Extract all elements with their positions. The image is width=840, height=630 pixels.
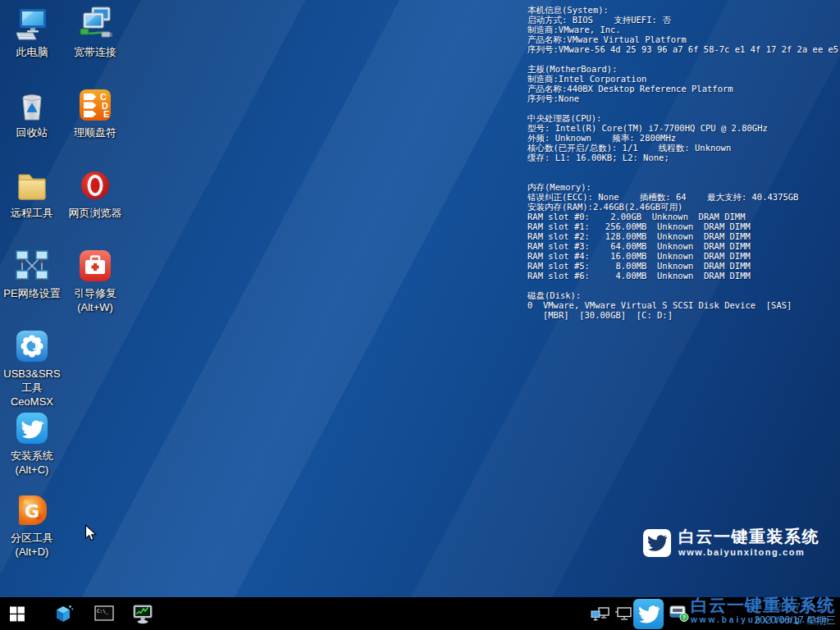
twitter-bird-icon	[14, 410, 50, 446]
desktop-icon-web-browser[interactable]: 网页浏览器	[64, 167, 126, 220]
computer-monitor-icon	[14, 7, 50, 43]
desktop-icon-label: 网页浏览器	[64, 206, 126, 220]
desktop-icon-usb3-srs[interactable]: USB3&SRS工具CeoMSX	[1, 328, 63, 409]
broadband-connection-icon	[77, 7, 113, 43]
blue-cube-icon	[54, 604, 74, 623]
svg-text:C:\_: C:\_	[97, 608, 109, 614]
desktop-icon-drive-letters[interactable]: C D E理顺盘符	[64, 87, 126, 139]
desktop-icon-label: 远程工具	[1, 206, 63, 220]
desktop-icon-install-system[interactable]: 安装系统(Alt+C)	[1, 410, 63, 477]
desktop: 此电脑 宽带连接 回收站 C D E理顺盘符 远程工具 网页浏览器 PE网络设置…	[0, 0, 840, 630]
diskgenius-icon: G	[14, 492, 50, 528]
desktop-icon-label: 此电脑	[1, 45, 63, 59]
svg-text:?: ?	[682, 614, 685, 620]
opera-browser-icon	[77, 167, 113, 203]
system-info-text: 本机信息(System): 启动方式: BIOS 支持UEFI: 否 制造商:V…	[527, 5, 838, 320]
windows-logo-icon	[9, 605, 25, 622]
desktop-icon-label: (Alt+W)	[64, 300, 126, 314]
tray-lan-adapter-icon[interactable]: ?	[668, 604, 690, 623]
twitter-bird-icon	[638, 604, 660, 625]
desktop-icon-label: (Alt+C)	[1, 463, 63, 477]
gear-flower-icon	[14, 328, 50, 364]
desktop-icon-label: USB3&SRS	[1, 367, 63, 381]
drive-letters-icon: C D E	[77, 87, 113, 123]
desktop-icon-broadband[interactable]: 宽带连接	[64, 7, 126, 59]
desktop-icon-label: 理顺盘符	[64, 126, 126, 139]
desktop-icon-label: (Alt+D)	[1, 545, 63, 559]
desktop-icon-label: 分区工具	[1, 531, 63, 545]
twitter-bird-icon	[643, 529, 671, 557]
taskbar-app-pe-toolbox[interactable]	[53, 604, 75, 623]
taskbar: C:\_ 白云一键重装系统 www.baiyunxitong.com	[0, 597, 840, 630]
desktop-icon-this-pc[interactable]: 此电脑	[1, 7, 63, 59]
desktop-icon-label: 工具CeoMSX	[1, 381, 63, 409]
mouse-cursor	[84, 524, 99, 542]
desktop-icon-pe-network[interactable]: PE网络设置	[1, 248, 63, 300]
svg-text:G: G	[25, 501, 39, 522]
watermark-text: 白云一键重装系统 www.baiyunxitong.com	[678, 527, 819, 557]
folder-icon	[14, 167, 50, 203]
desktop-icon-label: PE网络设置	[1, 286, 63, 300]
lan-adapter-question-icon: ?	[669, 605, 690, 623]
desktop-icon-partition-tool[interactable]: G分区工具(Alt+D)	[1, 492, 63, 559]
taskbar-app-hw-monitor[interactable]	[131, 604, 154, 624]
tray-display-icon[interactable]	[614, 606, 632, 621]
hardware-monitor-icon	[132, 605, 154, 624]
svg-text:E: E	[103, 109, 109, 119]
first-aid-kit-icon	[77, 248, 113, 284]
clock-date: 2020/06/17 星期三	[755, 614, 836, 627]
desktop-icon-label: 安装系统	[1, 449, 63, 463]
desktop-icon-label: 回收站	[1, 126, 63, 139]
clock-time: 20:27:30	[755, 600, 836, 614]
command-prompt-icon: C:\_	[94, 605, 114, 622]
start-button[interactable]	[8, 605, 26, 622]
network-topology-icon	[14, 248, 50, 284]
desktop-icon-label: 引导修复	[64, 286, 126, 300]
desktop-icon-label: 宽带连接	[64, 45, 126, 59]
desktop-icon-recycle-bin[interactable]: 回收站	[1, 87, 63, 139]
desktop-icon-remote-tools[interactable]: 远程工具	[1, 167, 63, 220]
taskbar-clock[interactable]: 20:27:30 2020/06/17 星期三	[755, 600, 836, 627]
tray-network-computers-icon[interactable]	[590, 606, 609, 621]
taskbar-app-baiyun[interactable]	[633, 599, 664, 629]
desktop-icon-boot-repair[interactable]: 引导修复(Alt+W)	[64, 248, 126, 314]
watermark: 白云一键重装系统 www.baiyunxitong.com	[643, 527, 819, 557]
taskbar-app-cmd[interactable]: C:\_	[94, 605, 115, 622]
recycle-bin-icon	[14, 87, 50, 123]
watermark-url: www.baiyunxitong.com	[678, 547, 819, 557]
watermark-title: 白云一键重装系统	[678, 527, 819, 546]
